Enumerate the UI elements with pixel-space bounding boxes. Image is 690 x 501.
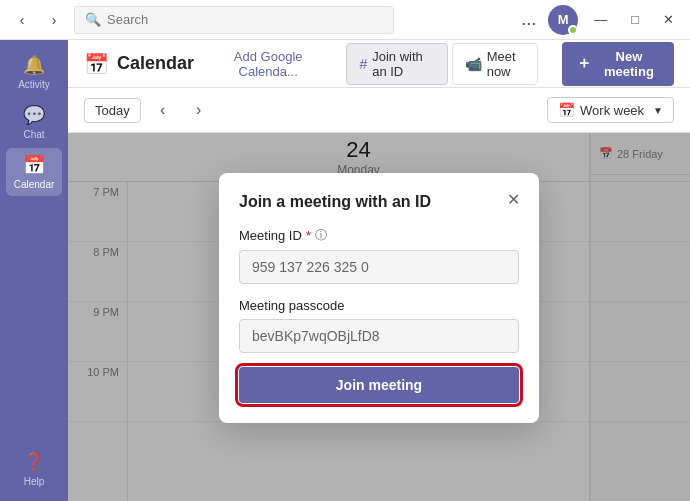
meeting-id-label: Meeting ID * ⓘ [239,227,519,244]
more-options-button[interactable]: ... [517,7,540,32]
prev-button[interactable]: ‹ [149,96,177,124]
modal-close-button[interactable]: ✕ [499,185,527,213]
title-bar-right: ... M — □ ✕ [517,5,682,35]
sidebar: 🔔 Activity 💬 Chat 📅 Calendar ❓ Help [0,40,68,501]
hash-icon: # [359,56,367,72]
video-icon: 📹 [465,56,482,72]
join-meeting-button[interactable]: Join meeting [239,367,519,403]
sidebar-help-label: Help [24,476,45,487]
add-calendar-button[interactable]: Add Google Calenda... [206,45,330,83]
calendar-app-icon: 📅 [84,52,109,76]
back-button[interactable]: ‹ [8,6,36,34]
mini-cal-icon: 📅 [558,102,575,118]
info-icon[interactable]: ⓘ [315,227,327,244]
tab-meet-now[interactable]: 📹 Meet now [452,43,538,85]
calendar-title: 📅 Calendar [84,52,194,76]
sidebar-item-calendar[interactable]: 📅 Calendar [6,148,62,196]
title-bar: ‹ › 🔍 ... M — □ ✕ [0,0,690,40]
sidebar-item-chat[interactable]: 💬 Chat [6,98,62,146]
calendar-toolbar: Today ‹ › 📅 Work week ▼ [68,88,690,133]
calendar-title-text: Calendar [117,53,194,74]
new-meeting-button[interactable]: ＋ New meeting [562,42,674,86]
sidebar-item-activity[interactable]: 🔔 Activity [6,48,62,96]
close-button[interactable]: ✕ [655,10,682,29]
passcode-input[interactable] [239,319,519,353]
status-badge [568,25,578,35]
today-button[interactable]: Today [84,98,141,123]
chat-icon: 💬 [23,104,45,126]
app-layout: 🔔 Activity 💬 Chat 📅 Calendar ❓ Help 📅 Ca… [0,40,690,501]
search-bar[interactable]: 🔍 [74,6,394,34]
plus-icon: ＋ [576,53,592,74]
calendar-body: 24 Monday 📅 28 Friday [68,133,690,501]
forward-button[interactable]: › [40,6,68,34]
search-icon: 🔍 [85,12,101,27]
modal-title: Join a meeting with an ID [239,193,519,211]
maximize-button[interactable]: □ [623,10,647,29]
tab-join-id[interactable]: # Join with an ID [346,43,447,85]
sidebar-item-label: Activity [18,79,50,90]
sidebar-item-label: Calendar [14,179,55,190]
search-input[interactable] [107,12,383,27]
view-label: Work week [580,103,644,118]
modal-overlay[interactable]: ✕ Join a meeting with an ID Meeting ID *… [68,133,690,501]
meeting-id-input[interactable] [239,250,519,284]
avatar[interactable]: M [548,5,578,35]
new-meeting-label: New meeting [598,49,660,79]
calendar-icon: 📅 [23,154,45,176]
help-icon: ❓ [23,451,45,473]
header-tabs: # Join with an ID 📹 Meet now [346,43,537,85]
chevron-down-icon: ▼ [653,105,663,116]
join-meeting-modal: ✕ Join a meeting with an ID Meeting ID *… [219,173,539,423]
required-mark: * [306,228,311,243]
next-button[interactable]: › [185,96,213,124]
main-content: 📅 Calendar Add Google Calenda... # Join … [68,40,690,501]
sidebar-item-help[interactable]: ❓ Help [6,445,62,493]
minimize-button[interactable]: — [586,10,615,29]
tab-meet-now-label: Meet now [487,49,525,79]
calendar-header: 📅 Calendar Add Google Calenda... # Join … [68,40,690,88]
view-selector[interactable]: 📅 Work week ▼ [547,97,674,123]
sidebar-item-label: Chat [23,129,44,140]
passcode-label: Meeting passcode [239,298,519,313]
activity-icon: 🔔 [23,54,45,76]
tab-join-id-label: Join with an ID [372,49,434,79]
window-nav: ‹ › [8,6,68,34]
